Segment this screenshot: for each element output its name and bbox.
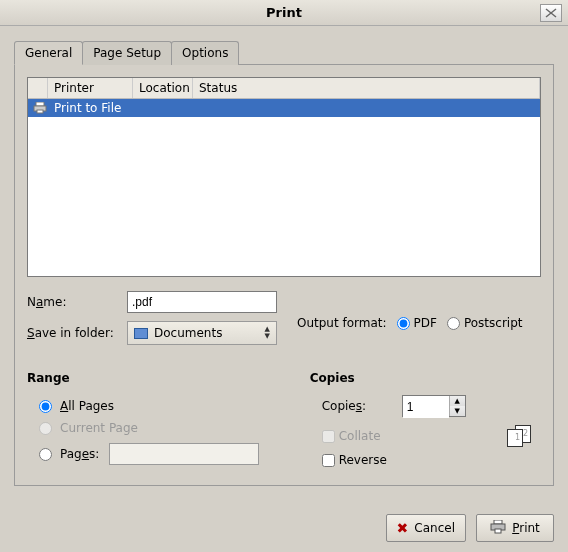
- tab-panel-general: Printer Location Status Print to File: [14, 64, 554, 486]
- printer-icon: [32, 101, 48, 115]
- printer-row-name: Print to File: [54, 101, 121, 115]
- spin-up[interactable]: ▲: [450, 396, 465, 406]
- col-header-status[interactable]: Status: [193, 78, 540, 98]
- close-window-button[interactable]: [540, 4, 562, 22]
- output-format-label: Output format:: [297, 316, 387, 330]
- svg-rect-2: [36, 102, 44, 106]
- copies-input[interactable]: [403, 396, 449, 418]
- col-header-location[interactable]: Location: [133, 78, 193, 98]
- pages-input[interactable]: [109, 443, 259, 465]
- printer-list[interactable]: Printer Location Status Print to File: [27, 77, 541, 277]
- check-reverse[interactable]: Reverse: [310, 453, 541, 467]
- save-folder-combo[interactable]: Documents ▲▼: [127, 321, 277, 345]
- spin-down[interactable]: ▼: [450, 406, 465, 416]
- collate-icon: 2 1: [507, 425, 535, 447]
- window-title: Print: [0, 5, 568, 20]
- radio-current-page: Current Page: [27, 417, 310, 439]
- tab-options[interactable]: Options: [171, 41, 239, 65]
- svg-rect-4: [37, 110, 43, 113]
- cancel-button[interactable]: ✖ Cancel: [386, 514, 466, 542]
- cancel-icon: ✖: [397, 520, 409, 536]
- copies-spinner[interactable]: ▲ ▼: [402, 395, 466, 417]
- tab-page-setup[interactable]: Page Setup: [82, 41, 172, 65]
- folder-icon: [134, 328, 148, 339]
- printer-row[interactable]: Print to File: [28, 99, 540, 117]
- radio-all-pages[interactable]: All Pages: [27, 395, 310, 417]
- window-titlebar: Print: [0, 0, 568, 26]
- printer-icon: [490, 520, 506, 537]
- printer-list-header: Printer Location Status: [28, 78, 540, 99]
- radio-postscript[interactable]: Postscript: [447, 316, 523, 330]
- svg-rect-7: [495, 529, 501, 533]
- radio-pages[interactable]: Pages:: [27, 439, 310, 469]
- print-button[interactable]: Print: [476, 514, 554, 542]
- radio-pdf[interactable]: PDF: [397, 316, 437, 330]
- tab-bar: General Page Setup Options: [14, 41, 554, 65]
- tab-general[interactable]: General: [14, 41, 83, 65]
- range-title: Range: [27, 371, 310, 385]
- svg-rect-5: [494, 520, 502, 524]
- filename-input[interactable]: [127, 291, 277, 313]
- save-folder-value: Documents: [154, 326, 265, 340]
- copies-label: Copies:: [322, 399, 402, 413]
- save-folder-label: Save in folder:: [27, 326, 127, 340]
- col-header-printer[interactable]: Printer: [48, 78, 133, 98]
- name-label: Name:: [27, 295, 127, 309]
- updown-icon: ▲▼: [265, 326, 270, 340]
- check-collate: Collate 2 1: [310, 425, 541, 447]
- copies-title: Copies: [310, 371, 541, 385]
- dialog-button-bar: ✖ Cancel Print: [0, 500, 568, 542]
- close-icon: [545, 8, 557, 18]
